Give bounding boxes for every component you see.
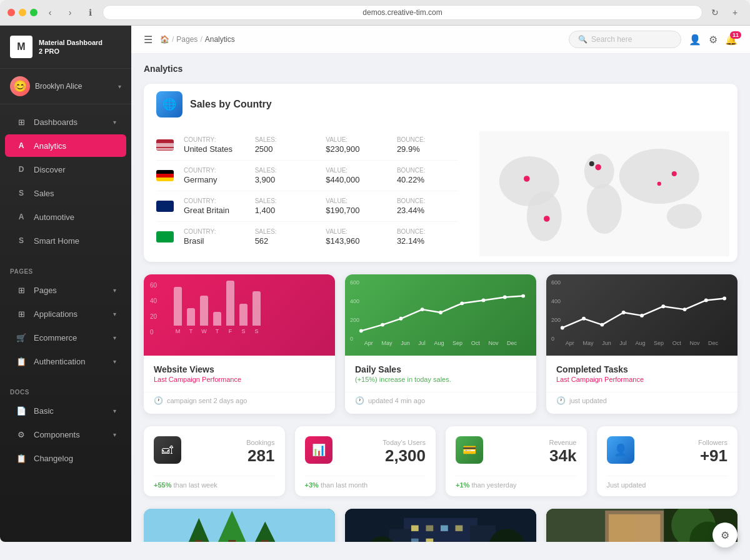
user-name: Brooklyn Alice [35, 82, 113, 91]
flag-us [156, 139, 174, 151]
maximize-button[interactable] [30, 9, 38, 16]
svg-point-24 [600, 323, 604, 327]
sidebar-item-basic[interactable]: 📄 Basic ▾ [5, 399, 126, 422]
daily-sales-title: Daily Sales [355, 364, 526, 374]
pages-icon: ⊞ [15, 284, 28, 296]
breadcrumb-sep2: / [200, 35, 202, 44]
sidebar-item-automotive[interactable]: A Automotive [5, 206, 126, 228]
analytics-letter-icon: A [15, 139, 28, 152]
bounce-col: Bounce: 29.9% [397, 136, 458, 154]
search-placeholder: Search here [591, 35, 632, 44]
sidebar-nav-section: ⊞ Dashboards ▾ A Analytics D Discover S … [0, 104, 131, 258]
sidebar-item-components[interactable]: ⚙ Components ▾ [5, 423, 126, 446]
sidebar-item-discover[interactable]: D Discover [5, 158, 126, 181]
settings-icon[interactable]: ⚙ [709, 34, 718, 46]
search-icon: 🔍 [578, 35, 588, 44]
basic-expand-icon: ▾ [113, 408, 116, 414]
value-col: Value: $190,700 [326, 198, 387, 215]
sales-by-country-card: 🌐 Sales by Country Country: United State… [144, 84, 738, 262]
minimize-button[interactable] [19, 9, 26, 16]
browser-chrome: ‹ › ℹ demos.creative-tim.com ↻ + [0, 0, 750, 26]
completed-tasks-info: Completed Tasks Last Campaign Performanc… [546, 356, 738, 389]
svg-point-5 [619, 149, 699, 204]
website-views-footer-text: campaign sent 2 days ago [167, 397, 247, 404]
globe-icon: 🌐 [156, 91, 182, 118]
country-col: Country: Germany [184, 167, 245, 184]
applications-expand-icon: ▾ [113, 311, 116, 318]
sidebar-item-changelog[interactable]: 📋 Changelog [5, 447, 126, 469]
svg-point-12 [657, 181, 661, 185]
completed-tasks-chart: 6004002000 [546, 274, 738, 356]
search-box[interactable]: 🔍 Search here [569, 31, 681, 48]
breadcrumb-pages-link[interactable]: Pages [176, 35, 198, 44]
svg-point-29 [704, 298, 708, 302]
changelog-icon: 📋 [15, 452, 28, 464]
followers-footer: Just updated [607, 476, 728, 489]
hamburger-icon[interactable]: ☰ [144, 34, 152, 46]
notifications-icon[interactable]: 🔔 11 [725, 34, 738, 46]
user-profile-icon[interactable]: 👤 [689, 34, 701, 46]
daily-sales-info: Daily Sales (+15%) increase in today sal… [345, 356, 536, 389]
website-views-card: 6040200 M T [144, 274, 335, 414]
sidebar-item-dashboards[interactable]: ⊞ Dashboards ▾ [5, 111, 126, 133]
app-window: M Material Dashboard 2 PRO 😊 Brooklyn Al… [0, 26, 750, 542]
refresh-button[interactable]: ↻ [708, 5, 722, 20]
page-content: Analytics 🌐 Sales by Country Country: [131, 54, 750, 542]
revenue-change: +1% [456, 481, 469, 489]
sidebar-item-authentication[interactable]: 📋 Authentication ▾ [5, 350, 126, 372]
user-chevron-icon: ▾ [118, 83, 121, 90]
country-col: Country: Brasil [184, 228, 245, 246]
docs-section-label: DOCS [0, 384, 131, 398]
followers-value: +91 [642, 446, 728, 466]
svg-rect-60 [609, 514, 634, 542]
address-bar[interactable]: demos.creative-tim.com [102, 5, 702, 20]
completed-tasks-subtitle: Last Campaign Performance [556, 376, 728, 383]
svg-point-6 [666, 204, 701, 229]
page-title: Analytics [144, 64, 738, 74]
flag-br [156, 231, 174, 242]
traffic-lights [8, 9, 38, 16]
sidebar-item-sales[interactable]: S Sales [5, 182, 126, 204]
svg-point-23 [582, 317, 586, 321]
dashboards-expand-icon: ▾ [113, 119, 116, 126]
svg-point-25 [622, 311, 626, 314]
completed-tasks-title: Completed Tasks [556, 364, 728, 374]
sidebar-item-pages[interactable]: ⊞ Pages ▾ [5, 279, 126, 301]
sidebar-pages-section: PAGES ⊞ Pages ▾ ⊞ Applications ▾ 🛒 Ecomm… [0, 258, 131, 379]
daily-sales-footer-text: updated 4 min ago [368, 397, 425, 404]
dashboards-icon: ⊞ [15, 116, 28, 128]
sidebar-item-analytics[interactable]: A Analytics [5, 134, 126, 157]
revenue-stat-card: 💳 Revenue 34k +1% than yesterday [446, 426, 587, 496]
svg-rect-38 [261, 540, 269, 542]
components-icon: ⚙ [15, 428, 28, 441]
revenue-footer: +1% than yesterday [456, 476, 577, 489]
daily-sales-footer: 🕐 updated 4 min ago [345, 392, 536, 414]
completed-tasks-card: 6004002000 [546, 274, 738, 414]
svg-point-30 [722, 297, 726, 301]
close-button[interactable] [8, 9, 15, 16]
country-col: Country: United States [184, 136, 245, 154]
revenue-icon: 💳 [456, 436, 483, 464]
user-section[interactable]: 😊 Brooklyn Alice ▾ [0, 69, 131, 104]
svg-point-21 [521, 294, 525, 298]
sidebar-item-smart-home[interactable]: S Smart Home [5, 229, 126, 252]
logo-text: Material Dashboard 2 PRO [39, 38, 102, 56]
users-icon: 📊 [305, 436, 332, 464]
bookings-value: 281 [189, 446, 275, 466]
back-button[interactable]: ‹ [42, 5, 58, 20]
sales-table: Country: United States Sales: 2500 Value… [144, 125, 471, 262]
completed-tasks-footer: 🕐 just updated [546, 392, 738, 414]
sidebar-item-applications[interactable]: ⊞ Applications ▾ [5, 302, 126, 325]
page-icon: ℹ [82, 5, 98, 20]
followers-label: Followers [642, 439, 728, 446]
sidebar-item-ecommerce[interactable]: 🛒 Ecommerce ▾ [5, 326, 126, 349]
new-tab-button[interactable]: + [728, 5, 742, 20]
forward-button[interactable]: › [62, 5, 78, 20]
svg-point-9 [589, 161, 594, 166]
table-row: Country: Great Britain Sales: 1,400 Valu… [156, 191, 458, 222]
users-header: 📊 Today's Users 2,300 [305, 436, 426, 466]
website-views-chart: 6040200 M T [144, 274, 335, 356]
bookings-change-text: than last week [174, 481, 218, 489]
automotive-letter-icon: A [15, 211, 28, 223]
breadcrumb: 🏠 / Pages / Analytics [160, 35, 561, 44]
